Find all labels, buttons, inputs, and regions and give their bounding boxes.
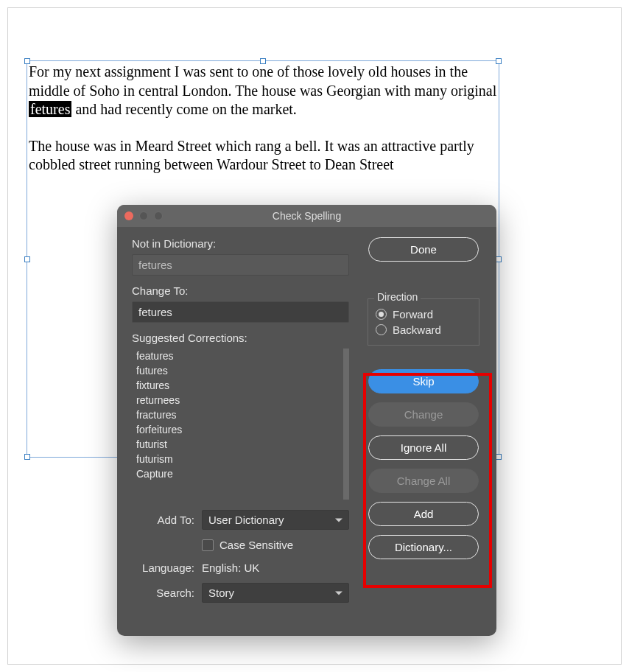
not-in-dictionary-label: Not in Dictionary: [132,237,349,250]
frame-handle-bottom-right[interactable] [496,454,502,460]
misspelled-word[interactable]: fetures [29,101,71,117]
change-to-input[interactable]: fetures [132,301,349,323]
suggestion-item[interactable]: returnees [132,393,343,407]
suggestion-item[interactable]: Capture [132,466,343,481]
suggestion-item[interactable]: fixtures [132,378,343,393]
direction-group: Direction Forward Backward [368,298,479,346]
body-text[interactable]: For my next assignment I was sent to one… [27,61,499,175]
frame-handle-middle-right[interactable] [496,256,502,262]
ignore-all-button[interactable]: Ignore All [368,435,479,460]
add-button[interactable]: Add [368,502,479,526]
change-to-label: Change To: [132,284,349,297]
add-to-select[interactable]: User Dictionary [202,510,349,530]
direction-backward-label: Backward [393,323,441,336]
direction-label: Direction [374,291,421,303]
frame-handle-middle-left[interactable] [24,256,30,262]
radio-icon [376,324,387,335]
window-maximize-icon [154,211,163,220]
skip-button[interactable]: Skip [368,369,479,393]
chevron-down-icon [335,591,342,595]
suggestion-item[interactable]: futurist [132,437,343,452]
window-minimize-icon [139,211,148,220]
add-to-label: Add To: [132,514,194,526]
done-button[interactable]: Done [368,237,479,262]
suggestion-item[interactable]: futurism [132,452,343,466]
change-all-button: Change All [368,469,479,493]
suggested-corrections-label: Suggested Corrections: [132,332,349,344]
suggestion-item[interactable]: fractures [132,407,343,422]
add-to-value: User Dictionary [208,514,284,526]
suggestion-item[interactable]: forfeitures [132,422,343,437]
language-value: English: UK [202,561,259,574]
suggestion-item[interactable]: futures [132,363,343,378]
suggestion-item[interactable]: features [132,349,343,363]
search-value: Story [208,587,234,599]
frame-handle-top-right[interactable] [496,58,502,64]
chevron-down-icon [335,518,342,522]
check-spelling-dialog: Check Spelling Not in Dictionary: feture… [117,205,496,636]
frame-handle-top-middle[interactable] [260,58,266,64]
search-select[interactable]: Story [202,583,349,603]
not-in-dictionary-value: fetures [132,254,349,276]
search-label: Search: [132,587,194,599]
dialog-titlebar[interactable]: Check Spelling [117,205,496,227]
frame-handle-bottom-left[interactable] [24,454,30,460]
suggestions-list[interactable]: features futures fixtures returnees frac… [132,349,349,500]
paragraph1-after: and had recently come on the market. [71,101,296,117]
direction-forward-radio[interactable]: Forward [376,308,471,321]
dialog-title: Check Spelling [117,210,496,222]
frame-handle-top-left[interactable] [24,58,30,64]
paragraph2: The house was in Meard Street which rang… [29,137,499,175]
direction-backward-radio[interactable]: Backward [376,323,471,336]
radio-icon [376,309,387,320]
case-sensitive-checkbox[interactable] [202,539,214,551]
dictionary-button[interactable]: Dictionary... [368,535,479,559]
paragraph1-before: For my next assignment I was sent to one… [29,63,496,99]
change-button: Change [368,402,479,427]
window-close-icon[interactable] [124,211,133,220]
case-sensitive-label: Case Sensitive [219,539,293,551]
language-label: Language: [132,561,194,574]
direction-forward-label: Forward [393,308,433,321]
